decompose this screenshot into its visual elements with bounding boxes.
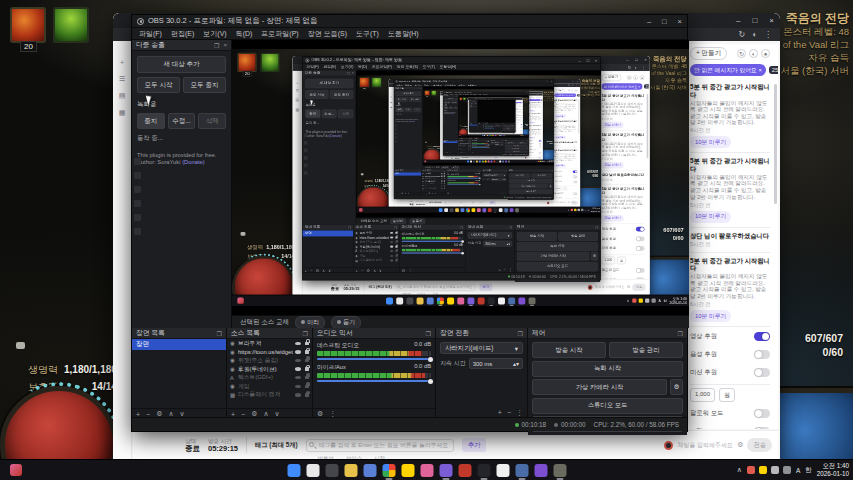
taskbar-clock[interactable]: 오전 1:40 2026-01-10 xyxy=(526,135,529,136)
menu-item[interactable]: 편집(E) xyxy=(171,29,194,39)
lock-icon[interactable] xyxy=(305,376,309,380)
volume-slider[interactable] xyxy=(317,358,431,360)
toggle-switch[interactable] xyxy=(573,181,578,184)
donate-link[interactable]: (Donate) xyxy=(182,159,205,165)
stop-all-button[interactable]: 모두 중지 xyxy=(330,90,353,99)
menu-item[interactable]: 파일(F) xyxy=(306,64,318,69)
taskbar-icon[interactable] xyxy=(470,160,472,162)
taskbar-clock[interactable]: 오전 1:40 2026-01-10 xyxy=(670,296,687,305)
notification-card[interactable]: 5분 뒤 중간 광고가 시작됩니다 시청자들의 몰입이 깨지지 않도록 광고 시… xyxy=(690,153,770,227)
visibility-eye-icon[interactable] xyxy=(295,376,301,380)
notification-card[interactable]: 5분 뒤 중간 광고가 시작됩니다 시청자들의 몰입이 깨지지 않도록 광고 시… xyxy=(554,98,577,119)
add-target-button[interactable]: 새 대상 추가 xyxy=(396,91,422,96)
delay-ad-button[interactable]: 10분 미루기 xyxy=(690,136,731,148)
source-row[interactable]: ◉ 게임 xyxy=(227,382,312,391)
lock-icon[interactable] xyxy=(395,259,397,261)
add-target-button[interactable]: 새 대상 추가 xyxy=(137,56,226,73)
edit-target-button[interactable]: 수정... xyxy=(168,113,196,129)
tray-icon[interactable] xyxy=(651,299,655,303)
maximize-icon[interactable]: □ xyxy=(546,80,547,83)
taskbar-icon[interactable] xyxy=(439,464,452,477)
taskbar-icon[interactable] xyxy=(505,160,507,162)
toggle-switch[interactable] xyxy=(573,170,578,173)
delay-ad-button[interactable]: 10분 미루기 xyxy=(529,122,535,124)
scene-item-selected[interactable]: 장면 xyxy=(443,141,457,143)
taskbar-clock[interactable]: 오전 1:40 2026-01-10 xyxy=(591,208,600,213)
lock-icon[interactable] xyxy=(305,350,309,354)
hamburger-icon[interactable]: ☰ xyxy=(296,89,299,93)
taskbar-icon[interactable] xyxy=(426,297,433,304)
float-dock-icon[interactable]: ❐ xyxy=(217,330,222,337)
bell-icon[interactable]: ↻ xyxy=(568,89,571,92)
menu-dots-icon[interactable]: ⋮ xyxy=(641,65,645,70)
taskbar-icon[interactable] xyxy=(504,135,505,136)
menu-item[interactable]: 보기(V) xyxy=(341,64,354,69)
taskbar-widgets[interactable] xyxy=(10,464,22,476)
add-tag-button[interactable]: 추가 xyxy=(494,157,498,159)
taskbar-icon[interactable] xyxy=(496,464,509,477)
refresh-icon[interactable]: ↻ xyxy=(738,30,745,39)
menu-item[interactable]: 프로파일(P) xyxy=(372,64,392,69)
obs-preview[interactable]: 20 죽음의 전당 몬스터 레벨: 48 Rite of the Vaal 리그… xyxy=(459,95,529,137)
taskbar-icon[interactable] xyxy=(502,160,504,162)
ime-korean-indicator[interactable]: 한 xyxy=(805,466,812,475)
pill-close-icon[interactable]: × xyxy=(638,85,640,88)
theme-icon[interactable]: ◐ xyxy=(752,30,757,39)
float-dock-icon[interactable]: ❐ xyxy=(418,170,420,172)
add-tag-button[interactable]: 추가 xyxy=(489,201,496,205)
toggle-switch[interactable] xyxy=(539,152,541,153)
tray-chevron-icon[interactable]: ∧ xyxy=(568,209,569,211)
minimize-icon[interactable]: – xyxy=(626,58,628,63)
taskbar-icon[interactable] xyxy=(479,160,481,162)
source-row[interactable]: ▦ 디스플레이 캡쳐 xyxy=(458,149,471,150)
spinner-arrows-icon[interactable]: ▴▾ xyxy=(507,242,510,246)
start-recording-button[interactable]: 녹화 시작 xyxy=(517,242,598,251)
manage-broadcast-button[interactable]: 방송 관리 xyxy=(609,342,683,358)
toggle-switch[interactable] xyxy=(539,143,541,144)
theme-icon[interactable]: ◐ xyxy=(635,65,638,70)
taskbar-icon[interactable] xyxy=(458,464,471,477)
listen-toggle-button[interactable]: 듣기 xyxy=(331,316,361,329)
minimize-icon[interactable]: – xyxy=(579,58,581,63)
source-row[interactable]: ▦ 디스플레이 캡쳐 xyxy=(227,391,312,400)
visibility-eye-icon[interactable] xyxy=(390,236,393,238)
start-virtual-camera-button[interactable]: 가상 카메라 시작 xyxy=(509,184,548,189)
source-row[interactable]: ▦ 디스플레이 캡쳐 xyxy=(354,258,400,263)
tray-icon[interactable] xyxy=(639,299,643,303)
source-row[interactable]: A 텍스트(GDI+) xyxy=(227,373,312,382)
scene-item-selected[interactable]: 장면 xyxy=(303,231,353,237)
taskbar-icon[interactable] xyxy=(382,464,395,477)
slider-handle[interactable] xyxy=(461,252,464,255)
obs-preview[interactable]: 20 죽음의 전당 몬스터 레벨: 48 Rite of the Vaal 리그… xyxy=(356,70,601,217)
tag-search-input[interactable] xyxy=(444,201,486,205)
pill-close-icon[interactable]: × xyxy=(574,94,575,96)
taskbar-widgets[interactable] xyxy=(359,208,362,211)
visibility-eye-icon[interactable] xyxy=(441,185,443,186)
taskbar-icon[interactable] xyxy=(455,208,459,212)
stop-target-button[interactable]: 중지 xyxy=(305,110,320,119)
delay-ad-button[interactable]: 10분 미루기 xyxy=(554,136,566,139)
float-dock-icon[interactable]: ❐ xyxy=(303,330,308,337)
taskbar-widgets[interactable] xyxy=(459,135,460,136)
taskbar-icon[interactable] xyxy=(477,297,484,304)
slider-handle[interactable] xyxy=(479,184,480,185)
taskbar-icon[interactable] xyxy=(490,160,492,162)
notification-card[interactable]: 5분 뒤 중간 광고가 시작됩니다 시청자들의 몰입이 깨지지 않도록 광고 시… xyxy=(529,113,541,124)
source-row[interactable]: ◉ https://toon.us/widget/aler xyxy=(227,348,312,357)
slider-handle[interactable] xyxy=(428,357,433,362)
float-dock-icon[interactable]: ❐ xyxy=(460,225,463,229)
widgets-icon[interactable] xyxy=(237,297,243,303)
delay-ad-button[interactable]: 10분 미루기 xyxy=(554,114,566,117)
float-dock-icon[interactable]: ❐ xyxy=(394,225,397,229)
duration-spinner[interactable]: 300 ms▴▾ xyxy=(469,358,523,369)
tray-chevron-icon[interactable]: ∧ xyxy=(627,299,630,303)
taskbar-icon[interactable] xyxy=(488,297,495,304)
taskbar-icon[interactable] xyxy=(508,160,510,162)
float-dock-icon[interactable]: ❐ xyxy=(518,330,523,337)
donate-link[interactable]: (Donate) xyxy=(330,134,342,137)
minimize-icon[interactable]: – xyxy=(542,80,543,83)
amount-select[interactable]: 1,000 xyxy=(529,149,533,151)
studio-mode-button[interactable]: 스튜디오 모드 xyxy=(517,262,598,271)
menu-item[interactable]: 장면 모음(S) xyxy=(308,29,347,39)
profile-icon[interactable]: ● xyxy=(640,75,645,80)
